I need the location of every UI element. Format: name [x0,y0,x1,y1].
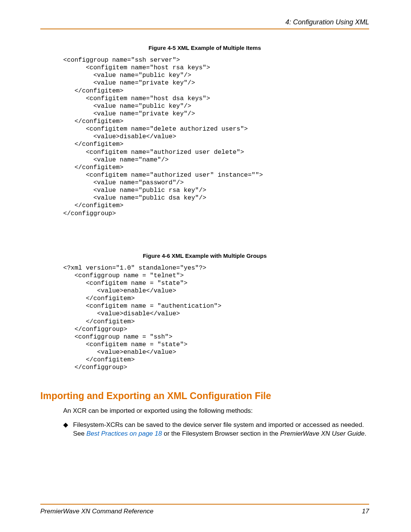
bullet-text-suffix: . [365,430,366,437]
section-heading: Importing and Exporting an XML Configura… [40,390,369,401]
footer-page-number: 17 [362,508,369,515]
bullet-item: ◆ Filesystem-XCRs can be saved to the de… [63,421,369,438]
best-practices-link[interactable]: Best Practices on page 18 [86,430,162,437]
figure-4-5-code: <configgroup name="ssh server"> <configi… [63,56,369,217]
header-rule [40,29,369,29]
page-header-chapter: 4: Configuration Using XML [40,18,369,26]
page-footer: PremierWave XN Command Reference 17 [40,508,369,515]
bullet-text: Filesystem-XCRs can be saved to the devi… [73,421,369,438]
figure-4-6-code: <?xml version="1.0" standalone="yes"?> <… [63,264,369,372]
bullet-text-middle: or the Filesystem Browser section in the [162,430,280,437]
diamond-bullet-icon: ◆ [63,421,73,430]
figure-4-6-caption: Figure 4-6 XML Example with Multiple Gro… [40,252,369,259]
footer-book-title: PremierWave XN Command Reference [40,508,153,515]
section-intro: An XCR can be imported or exported using… [63,407,369,415]
footer-rule [40,504,369,505]
user-guide-title: PremierWave XN User Guide [280,430,365,437]
document-page: 4: Configuration Using XML Figure 4-5 XM… [0,0,411,532]
figure-4-5-caption: Figure 4-5 XML Example of Multiple Items [40,45,369,51]
